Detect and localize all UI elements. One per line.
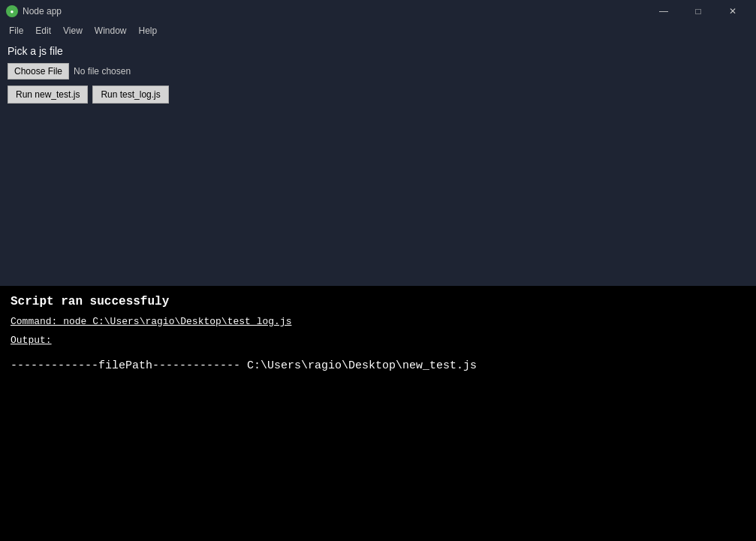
page-title: Pick a js file bbox=[8, 45, 748, 57]
app-title: Node app bbox=[23, 6, 62, 17]
output-line: -------------filePath------------- C:\Us… bbox=[11, 359, 745, 372]
minimize-button[interactable]: — bbox=[646, 0, 681, 23]
output-status: Script ran successfuly bbox=[11, 295, 745, 308]
title-bar: ● Node app — □ ✕ bbox=[0, 0, 756, 23]
menu-file[interactable]: File bbox=[3, 23, 29, 39]
menu-edit[interactable]: Edit bbox=[29, 23, 57, 39]
run-new-test-button[interactable]: Run new_test.js bbox=[8, 86, 88, 104]
run-buttons-row: Run new_test.js Run test_log.js bbox=[8, 86, 748, 104]
output-command: Command: node C:\Users\ragio\Desktop\tes… bbox=[11, 316, 745, 327]
menu-view[interactable]: View bbox=[57, 23, 89, 39]
close-button[interactable]: ✕ bbox=[715, 0, 750, 23]
run-test-log-button[interactable]: Run test_log.js bbox=[92, 86, 168, 104]
menu-help[interactable]: Help bbox=[133, 23, 164, 39]
main-content: Pick a js file Choose File No file chose… bbox=[0, 39, 756, 286]
file-picker-row: Choose File No file chosen bbox=[8, 63, 748, 80]
maximize-button[interactable]: □ bbox=[681, 0, 715, 23]
menu-bar: File Edit View Window Help bbox=[0, 23, 756, 39]
app-icon: ● bbox=[6, 5, 18, 17]
no-file-text: No file chosen bbox=[74, 66, 131, 77]
menu-window[interactable]: Window bbox=[89, 23, 133, 39]
title-bar-left: ● Node app bbox=[6, 5, 62, 17]
choose-file-button[interactable]: Choose File bbox=[8, 63, 69, 80]
output-area: Script ran successfuly Command: node C:\… bbox=[0, 286, 756, 541]
title-bar-controls: — □ ✕ bbox=[646, 0, 750, 23]
output-label: Output: bbox=[11, 335, 745, 346]
